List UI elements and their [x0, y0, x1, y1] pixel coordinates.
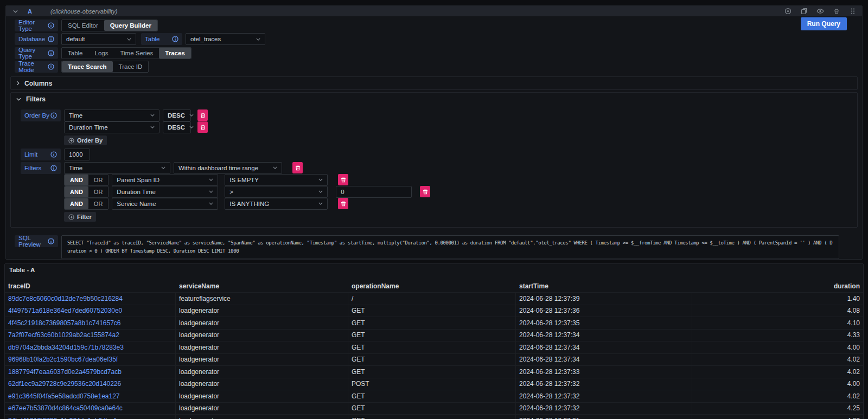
order-by-field-select[interactable]: Duration Time	[64, 121, 159, 133]
info-icon[interactable]	[48, 238, 54, 244]
trace-id-link[interactable]: db9704a2bbda34204d159c71b78283e3	[5, 341, 176, 353]
duration-cell: 4.02	[692, 390, 863, 402]
filter-value-input[interactable]	[336, 186, 412, 198]
filter-field-value: Parent Span ID	[117, 177, 159, 183]
remove-filter-button[interactable]	[292, 162, 303, 173]
query-type-timeseries-option[interactable]: Time Series	[114, 48, 159, 59]
info-icon[interactable]	[48, 63, 54, 70]
operation-name-cell: GET	[348, 317, 516, 329]
trace-id-link[interactable]: e91c3645f04fa5e58adcd0758e1ea127	[5, 390, 176, 402]
filters-section-header[interactable]: Filters	[11, 93, 857, 105]
add-filter-button[interactable]: Filter	[64, 212, 96, 222]
filter-condition-row: AND OR Duration Time >	[21, 186, 857, 197]
trace-search-option[interactable]: Trace Search	[62, 61, 113, 72]
or-option[interactable]: OR	[88, 175, 108, 185]
or-option[interactable]: OR	[88, 198, 108, 209]
panel-title: Table - A	[5, 264, 863, 276]
trace-id-link[interactable]: 62df1ec9a29728c9e29536c20d140226	[5, 378, 176, 390]
query-type-table-option[interactable]: Table	[62, 48, 89, 59]
trace-id-option[interactable]: Trace ID	[113, 61, 149, 72]
table-label: Table	[141, 33, 182, 45]
collapse-query-chevron-icon[interactable]	[11, 8, 19, 15]
sql-preview-row: SQL Preview SELECT "TraceId" as traceID,…	[15, 235, 858, 259]
duplicate-query-icon[interactable]	[800, 8, 808, 15]
chevron-down-icon	[16, 98, 21, 101]
operation-name-cell: POST	[348, 378, 516, 390]
database-select[interactable]: default	[61, 33, 136, 45]
column-header-operationname[interactable]: operationName	[348, 280, 516, 292]
order-by-direction-select[interactable]: DESC	[163, 121, 191, 133]
operation-name-cell: GET	[348, 354, 516, 366]
filter-operator-select[interactable]: IS ANYTHING	[225, 198, 328, 210]
remove-filter-button[interactable]	[338, 198, 348, 209]
query-type-logs-option[interactable]: Logs	[89, 48, 114, 59]
toggle-visibility-eye-icon[interactable]	[816, 8, 824, 15]
filter-operator-select[interactable]: IS EMPTY	[225, 174, 328, 186]
drag-handle-icon[interactable]	[849, 8, 857, 15]
trace-id-link[interactable]: 7a2f07ecf63c60b1029ab2ac155874a2	[5, 330, 176, 341]
info-icon[interactable]	[48, 22, 54, 29]
order-by-direction-select[interactable]: DESC	[163, 109, 191, 121]
chevron-down-icon	[209, 178, 213, 181]
trace-id-link[interactable]: e67ee7b53870d4c864ca50409ca0e64c	[5, 403, 176, 415]
remove-filter-button[interactable]	[338, 174, 348, 185]
and-option[interactable]: AND	[65, 186, 88, 197]
filter-field-select[interactable]: Service Name	[112, 198, 218, 210]
sql-editor-option[interactable]: SQL Editor	[62, 20, 104, 31]
column-header-servicename[interactable]: serviceName	[176, 280, 348, 292]
table-row: 4f497571a618e364ed7ded60752030e0 loadgen…	[5, 305, 863, 318]
column-header-starttime[interactable]: startTime	[516, 280, 692, 292]
editor-type-switcher: SQL Editor Query Builder	[61, 20, 158, 31]
and-option[interactable]: AND	[65, 198, 88, 209]
chevron-down-icon	[150, 126, 155, 128]
table-select[interactable]: otel_traces	[186, 33, 265, 45]
and-option[interactable]: AND	[65, 175, 88, 185]
add-order-by-button[interactable]: Order By	[64, 136, 107, 145]
remove-filter-button[interactable]	[420, 186, 430, 197]
limit-input[interactable]	[64, 149, 90, 160]
trace-id-link[interactable]: 4f497571a618e364ed7ded60752030e0	[5, 305, 176, 317]
table-row: 84bd4101f50736a1fc964da1ab6dba4e loadgen…	[5, 415, 863, 419]
filter-operator-select[interactable]: Within dashboard time range	[174, 162, 282, 174]
trace-id-link[interactable]: 96968b10fa2b2c1590bc67dea06ef35f	[5, 354, 176, 366]
table-row: 1887794f7eaa6037d0e2a4579bcd7acb loadgen…	[5, 366, 863, 378]
trace-id-link[interactable]: 4f45c21918c73698057a8b1c741657c6	[5, 317, 176, 329]
column-header-traceid[interactable]: traceID	[5, 280, 176, 292]
table-row: e91c3645f04fa5e58adcd0758e1ea127 loadgen…	[5, 390, 863, 403]
info-icon[interactable]	[48, 36, 54, 42]
trace-id-link[interactable]: 84bd4101f50736a1fc964da1ab6dba4e	[5, 415, 176, 419]
grafana-query-editor-page: { "header": { "ref_id": "A", "datasource…	[0, 0, 868, 419]
info-icon[interactable]	[48, 50, 54, 56]
service-name-cell: loadgenerator	[176, 305, 348, 317]
info-icon[interactable]	[50, 151, 57, 158]
columns-section-header[interactable]: Columns	[11, 77, 857, 89]
query-type-traces-option[interactable]: Traces	[159, 48, 190, 59]
filter-field-select[interactable]: Parent Span ID	[112, 174, 218, 186]
filter-operator-select[interactable]: >	[225, 186, 328, 198]
remove-order-by-button[interactable]	[197, 121, 208, 133]
add-filter-row: Filter	[21, 212, 857, 222]
info-icon[interactable]	[50, 112, 57, 119]
remove-order-by-button[interactable]	[197, 109, 208, 121]
delete-query-trash-icon[interactable]	[833, 8, 840, 15]
chevron-down-icon	[318, 190, 323, 193]
trace-id-link[interactable]: 89dc7e8c6060c0d12de7e9b50c216284	[5, 293, 176, 305]
filter-conditions-list: AND OR Parent Span ID IS EMPTY AND OR Du…	[21, 174, 857, 209]
order-by-field-select[interactable]: Time	[64, 109, 159, 121]
service-name-cell: loadgenerator	[176, 317, 348, 329]
filter-field-select[interactable]: Time	[64, 162, 170, 174]
start-time-cell: 2024-06-28 12:37:36	[516, 305, 692, 317]
info-icon[interactable]	[172, 36, 178, 42]
filter-field-value: Service Name	[117, 201, 156, 207]
or-option[interactable]: OR	[88, 186, 108, 197]
filter-operator-value: Within dashboard time range	[178, 165, 258, 171]
filter-field-value: Time	[69, 165, 82, 171]
query-builder-option[interactable]: Query Builder	[104, 20, 157, 31]
datasource-help-icon[interactable]	[784, 8, 792, 15]
filter-field-select[interactable]: Duration Time	[112, 186, 218, 198]
trace-id-link[interactable]: 1887794f7eaa6037d0e2a4579bcd7acb	[5, 366, 176, 378]
start-time-cell: 2024-06-28 12:37:35	[516, 317, 692, 329]
column-header-duration[interactable]: duration	[692, 280, 863, 292]
chevron-down-icon	[209, 190, 213, 193]
info-icon[interactable]	[50, 165, 57, 171]
